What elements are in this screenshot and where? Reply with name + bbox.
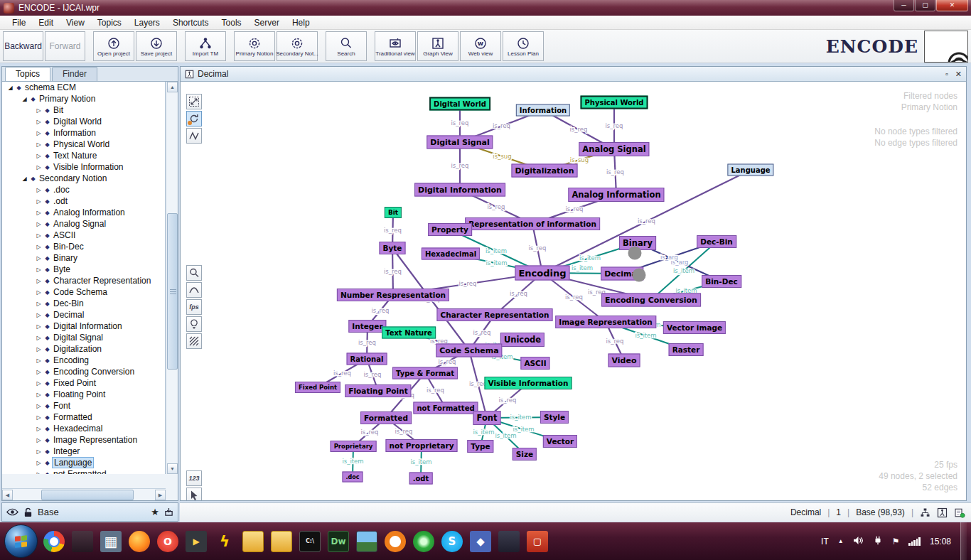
graph-node-style[interactable]: Style (540, 411, 569, 424)
image-editor-icon[interactable] (356, 531, 377, 552)
tree-item-ascii[interactable]: ▷◆ASCII (2, 230, 165, 241)
expand-arrow-icon[interactable]: ▷ (35, 357, 43, 364)
tree-item-image-representation[interactable]: ▷◆Image Representation (2, 434, 165, 446)
hscrollbar-thumb[interactable] (41, 490, 134, 500)
expand-arrow-icon[interactable]: ▷ (35, 426, 43, 432)
expand-arrow-icon[interactable]: ▷ (35, 448, 43, 455)
expand-arrow-icon[interactable]: ▷ (35, 392, 43, 398)
tree-item-analog-signal[interactable]: ▷◆Analog Signal (2, 218, 165, 230)
expand-arrow-icon[interactable]: ▷ (35, 119, 43, 125)
scroll-up-arrow[interactable]: ▲ (167, 82, 178, 92)
tree-item-digital-world[interactable]: ▷◆Digital World (2, 116, 165, 127)
zoom-icon[interactable] (186, 265, 202, 281)
action-center-flag-icon[interactable]: ⚑ (892, 537, 900, 546)
graph-node-bindec[interactable]: Bin-Dec (702, 275, 741, 288)
menu-view[interactable]: View (60, 16, 91, 29)
canvas-close-button[interactable]: ✕ (955, 70, 962, 79)
minimize-button[interactable]: ─ (894, 0, 914, 11)
pointer-tool-icon[interactable] (186, 488, 202, 500)
search-button[interactable]: Search (326, 31, 367, 61)
graph-view-button[interactable]: Graph View (417, 31, 458, 61)
scroll-down-arrow[interactable]: ▼ (167, 463, 178, 474)
graph-node-propr[interactable]: Proprietary (331, 441, 377, 452)
graph-node-pw[interactable]: Physical World (581, 96, 648, 109)
tree-item-fixed-point[interactable]: ▷◆Fixed Point (2, 377, 165, 389)
tree-item-character-representation[interactable]: ▷◆Character Representation (2, 275, 165, 286)
tree-item-floating-point[interactable]: ▷◆Floating Point (2, 389, 165, 400)
dark-app-icon[interactable] (72, 531, 93, 552)
fps-toggle[interactable]: fps (186, 299, 202, 315)
tree-item-digitalization[interactable]: ▷◆Digitalization (2, 343, 165, 355)
tree-item-encoding[interactable]: ▷◆Encoding (2, 355, 165, 366)
maximize-button[interactable]: ▢ (915, 0, 935, 11)
status-export-icon[interactable] (954, 507, 965, 518)
secondary-not--button[interactable]: Secondary Not... (277, 31, 318, 61)
expand-arrow-icon[interactable]: ▷ (35, 414, 43, 421)
tree-item-schema-ecm[interactable]: ◢◆schema ECM (2, 82, 165, 93)
graph-node-prop[interactable]: Property (428, 223, 472, 236)
tree-item-visible-information[interactable]: ▷◆Visible Information (2, 161, 165, 173)
menu-topics[interactable]: Topics (91, 16, 128, 29)
graph-node-doc[interactable]: .doc (342, 472, 363, 483)
tree-horizontal-scrollbar[interactable]: ◀ ▶ (2, 488, 166, 500)
layer-visibility-eye-icon[interactable] (6, 508, 18, 516)
tree-item-information[interactable]: ▷◆Information (2, 127, 165, 139)
primary-notion-button[interactable]: Primary Notion (234, 31, 275, 61)
tree-item-code-schema[interactable]: ▷◆Code Schema (2, 286, 165, 298)
graph-node-codesch[interactable]: Code Schema (436, 344, 502, 357)
tree-item-hexadecimal[interactable]: ▷◆Hexadecimal (2, 423, 165, 434)
selection-handle[interactable] (633, 269, 646, 282)
graph-node-imgrep[interactable]: Image Representation (555, 316, 656, 328)
red-app-icon[interactable]: ▢ (527, 531, 548, 552)
graph-node-dsig[interactable]: Digital Signal (427, 136, 493, 149)
tree-vertical-scrollbar[interactable]: ▲ ▼ (166, 82, 178, 474)
graph-node-odt[interactable]: .odt (409, 473, 433, 485)
volume-icon[interactable] (853, 536, 864, 547)
tree-item-primary-notion[interactable]: ◢◆Primary Notion (2, 93, 165, 104)
power-plug-icon[interactable] (873, 535, 883, 547)
lesson-plan-button[interactable]: Lesson Plan (503, 31, 544, 61)
menu-file[interactable]: File (6, 16, 32, 29)
expand-arrow-icon[interactable]: ▷ (35, 301, 43, 307)
expand-arrow-icon[interactable]: ▷ (35, 437, 43, 443)
tab-topics[interactable]: Topics (5, 67, 50, 81)
graph-node-encconv[interactable]: Encoding Conversion (601, 294, 701, 307)
expand-arrow-icon[interactable]: ▷ (35, 266, 43, 273)
expand-arrow-icon[interactable]: ▷ (35, 107, 43, 114)
graph-node-lang[interactable]: Language (727, 164, 773, 176)
graph-node-charrep[interactable]: Character Representation (436, 308, 552, 321)
graph-node-type[interactable]: Type (467, 440, 493, 453)
terminal-icon[interactable]: C:\ (299, 531, 321, 552)
numbers-toggle[interactable]: 123 (186, 470, 202, 486)
menu-shortcuts[interactable]: Shortcuts (166, 16, 215, 29)
layer-star-icon[interactable]: ★ (151, 507, 159, 517)
graph-node-video[interactable]: Video (608, 354, 640, 367)
tree-item-digital-signal[interactable]: ▷◆Digital Signal (2, 332, 165, 343)
firefox-icon[interactable] (129, 531, 150, 552)
graph-node-notfmt[interactable]: not Formatted (413, 402, 478, 414)
graph-canvas[interactable]: is_reqis_reqis_reqis_reqis_reqis_reqis_s… (181, 82, 966, 500)
folder-icon[interactable] (242, 531, 264, 552)
expand-arrow-icon[interactable]: ▷ (35, 403, 43, 409)
opera-icon[interactable]: O (157, 531, 178, 552)
expand-arrow-icon[interactable]: ▷ (35, 380, 43, 387)
expand-arrow-icon[interactable]: ▷ (35, 153, 43, 159)
start-button[interactable] (4, 524, 38, 558)
expand-arrow-icon[interactable]: ▷ (35, 130, 43, 136)
dark-app-icon-2[interactable] (498, 531, 520, 552)
tree-item-byte[interactable]: ▷◆Byte (2, 264, 165, 275)
edge-style-icon[interactable] (186, 128, 202, 144)
graph-node-dinf[interactable]: Digital Information (414, 183, 505, 197)
expand-arrow-icon[interactable]: ▷ (35, 278, 43, 284)
graph-node-info[interactable]: Information (516, 104, 570, 117)
curve-edges-icon[interactable] (186, 282, 202, 298)
hatch-icon[interactable] (186, 333, 202, 349)
tree-item-binary[interactable]: ▷◆Binary (2, 252, 165, 264)
tree-item-formatted[interactable]: ▷◆Formatted (2, 411, 165, 423)
grid-app-icon[interactable]: ▦ (100, 531, 122, 552)
graph-node-rational[interactable]: Rational (347, 353, 387, 365)
selection-handle[interactable] (628, 247, 642, 260)
highlight-icon[interactable] (186, 316, 202, 332)
tree-item-language[interactable]: ▷◆Language (2, 457, 165, 468)
layer-lock-icon[interactable] (23, 507, 33, 517)
